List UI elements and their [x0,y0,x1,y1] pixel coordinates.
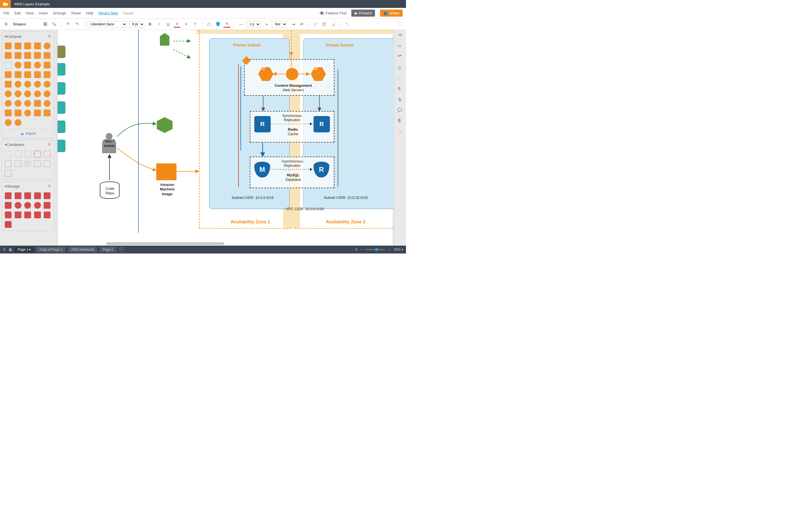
italic-button[interactable]: I [156,21,162,27]
shape-item[interactable] [5,100,11,107]
shape-item[interactable] [44,160,50,167]
undo-button[interactable]: ↶ [64,21,71,27]
shape-item[interactable] [24,62,31,68]
shape-item[interactable] [15,202,21,209]
shape-item[interactable] [34,100,41,107]
shape-item[interactable] [5,119,11,126]
close-icon[interactable]: ✕ [48,142,51,147]
zoom-out-button[interactable]: − [360,247,362,251]
shape-item[interactable] [5,110,11,116]
shape-item[interactable] [44,110,50,116]
magnet-icon[interactable]: 🧲 [321,21,328,27]
shape-item[interactable] [24,81,31,88]
layer-tab[interactable] [57,46,65,58]
menu-share[interactable]: Share [71,11,81,15]
canvas-area[interactable]: Private Subnet Private Subnet EC2 EC2 Co… [56,30,394,245]
shape-item[interactable] [15,151,21,158]
shape-item[interactable] [44,43,50,49]
sync-icon[interactable]: ⟲ [355,247,357,251]
document-title[interactable]: AWS Layers Example [14,2,50,6]
shape-item[interactable] [24,110,31,116]
codecommit-icon[interactable] [157,117,172,133]
swap-ends-button[interactable]: ⇄ [298,21,305,27]
shape-item[interactable] [15,160,21,167]
shape-item[interactable] [44,52,50,59]
text-color-button[interactable]: A [174,21,181,27]
shape-item[interactable] [15,192,21,199]
fill-button[interactable]: ▢ [206,21,212,27]
share-button[interactable]: 👥 Share [380,10,403,17]
shape-item[interactable] [5,43,11,49]
presentation-icon[interactable]: ▭̲ [398,65,403,71]
shape-item[interactable] [44,202,50,209]
redis-replica-icon[interactable]: R [313,116,330,132]
shape-item[interactable] [24,202,31,209]
menu-whats-new[interactable]: What's New [99,11,118,15]
shape-item[interactable] [44,212,50,218]
font-size-select[interactable]: 8 pt [129,21,144,27]
shape-item[interactable] [34,71,41,78]
shape-item[interactable] [44,100,50,107]
menu-edit[interactable]: Edit [14,11,20,15]
layer-tab[interactable] [57,82,65,95]
collapse-rail-icon[interactable]: ≪ [398,32,403,38]
shape-item[interactable] [5,52,11,59]
tab-copy-page-1[interactable]: Copy of Page 1 [36,247,65,252]
ami-icon[interactable] [156,163,176,180]
grid-view-icon[interactable]: ▦ [9,247,12,251]
shape-item[interactable] [44,81,50,88]
shape-item[interactable] [15,100,21,107]
tab-page-1[interactable]: Page 1 ▾ [15,247,34,252]
shape-item[interactable] [34,212,41,218]
shape-item[interactable] [5,91,11,97]
layer-tab[interactable] [57,140,65,152]
image-icon[interactable]: 🖼 [42,21,49,27]
zoom-slider[interactable] [365,249,385,250]
shape-item[interactable] [5,221,11,228]
text-style-button[interactable]: T [192,21,199,27]
shape-item[interactable] [15,212,21,218]
menu-help[interactable]: Help [86,11,94,15]
font-family-select[interactable]: Liberation Sans [87,21,127,27]
section-compute-header[interactable]: ▾ Compute ✕ [2,32,54,41]
magic-icon[interactable]: ✨ [398,129,403,135]
shape-item[interactable] [15,62,21,68]
elb-diamond-icon[interactable] [243,57,250,64]
app-logo[interactable] [0,0,11,8]
shape-item[interactable] [15,119,21,126]
shape-item[interactable] [15,43,21,49]
shape-item[interactable] [5,160,11,167]
load-balancer-icon[interactable] [286,68,298,80]
shape-item[interactable] [24,151,31,158]
shape-item[interactable] [24,43,31,49]
line-arrow-left[interactable]: ↘ [263,21,269,27]
menu-insert[interactable]: Insert [39,11,48,15]
shape-item[interactable] [34,151,41,158]
shape-item[interactable] [15,110,21,116]
data-icon[interactable]: 🗄 [398,119,403,124]
comment-icon[interactable]: ❝❞ [398,54,403,60]
shape-item[interactable] [34,110,41,116]
link-icon[interactable]: 🔗 [312,21,319,27]
underline-button[interactable]: U [165,21,171,27]
shape-item[interactable] [24,192,31,199]
shape-item[interactable] [5,170,11,177]
redo-button[interactable]: ↷ [73,21,80,27]
shape-item[interactable] [44,91,50,97]
tab-page-2[interactable]: Page 2 [100,247,116,252]
shape-item[interactable] [24,100,31,107]
import-button[interactable]: ☁ Import [2,129,54,138]
mysql-icon[interactable]: M [254,162,270,177]
gear-icon[interactable]: ⚙ [3,21,10,27]
shape-item[interactable] [34,52,41,59]
shape-item[interactable] [24,160,31,167]
list-view-icon[interactable]: ☷ [3,247,6,251]
mysql-replica-icon[interactable]: R [313,162,329,177]
layer-tab[interactable] [57,63,65,75]
shape-item[interactable] [24,52,31,59]
page-icon[interactable]: ▭ [398,44,403,49]
zoom-in-button[interactable]: ＋ [388,247,391,252]
shape-item[interactable] [34,62,41,68]
chat-icon[interactable]: 💬 [398,108,403,114]
shape-item[interactable] [34,160,41,167]
